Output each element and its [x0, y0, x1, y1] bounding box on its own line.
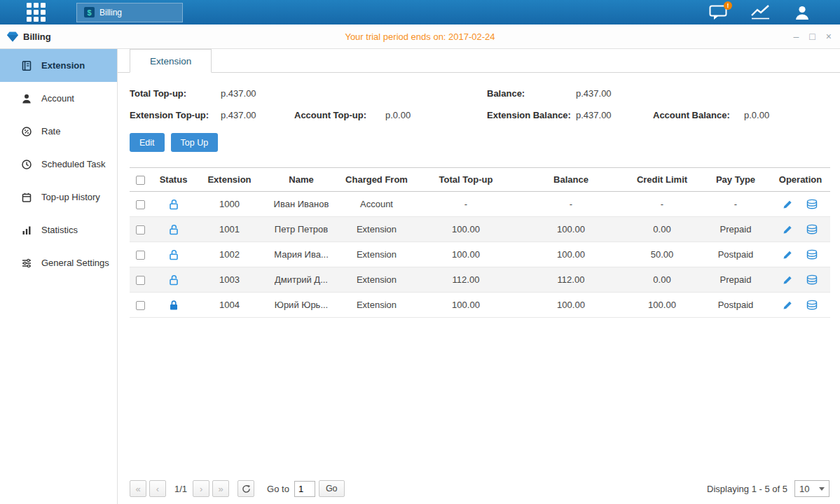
row-checkbox[interactable]	[136, 225, 145, 234]
edit-row-icon[interactable]	[783, 300, 793, 310]
top-up-row-icon[interactable]	[806, 249, 818, 260]
total-topup-value: p.437.00	[221, 88, 294, 99]
first-page-button[interactable]: «	[130, 480, 146, 497]
topbar-billing-tab-label: Billing	[99, 8, 122, 18]
cell-credit-limit: 50.00	[624, 242, 701, 267]
top-up-row-icon[interactable]	[806, 300, 818, 311]
billing-gem-icon	[6, 31, 19, 43]
window-controls: – □ ×	[794, 31, 832, 41]
cell-balance: 100.00	[518, 242, 624, 267]
top-up-row-icon[interactable]	[806, 199, 818, 210]
cell-pay-type: Prepaid	[701, 267, 771, 293]
edit-button[interactable]: Edit	[130, 133, 165, 152]
cell-balance: -	[518, 192, 624, 217]
sidebar-item-label: Account	[41, 93, 74, 104]
table-row: 1003 Дмитрий Д... Extension 112.00 112.0…	[130, 267, 830, 293]
cell-credit-limit: 0.00	[624, 267, 701, 293]
refresh-button[interactable]	[237, 480, 254, 497]
maximize-button[interactable]: □	[809, 31, 815, 41]
statistics-icon	[21, 225, 32, 236]
extension-topup-label: Extension Top-up:	[130, 110, 221, 120]
lock-open-icon[interactable]	[168, 249, 179, 260]
go-button[interactable]: Go	[319, 480, 345, 497]
topbar-billing-tab[interactable]: $ Billing	[76, 3, 183, 22]
cell-pay-type: Prepaid	[701, 217, 771, 242]
sidebar-item-account[interactable]: Account	[0, 82, 117, 115]
prev-page-button[interactable]: ‹	[149, 480, 166, 497]
sidebar: Extension Account Rate	[0, 49, 118, 504]
next-page-button[interactable]: ›	[193, 480, 209, 497]
sidebar-item-label: Statistics	[41, 225, 78, 235]
lock-open-icon[interactable]	[168, 274, 179, 286]
row-checkbox[interactable]	[136, 301, 145, 310]
page-size-value: 10	[799, 484, 809, 494]
cell-extension: 1000	[196, 192, 263, 217]
goto-page-input[interactable]	[294, 481, 315, 497]
cell-credit-limit: -	[624, 192, 701, 217]
page-size-select[interactable]: 10	[794, 480, 829, 497]
sidebar-item-statistics[interactable]: Statistics	[0, 214, 117, 246]
page-info: 1/1	[174, 484, 187, 494]
sidebar-item-scheduled-task[interactable]: Scheduled Task	[0, 148, 117, 181]
row-checkbox[interactable]	[136, 200, 145, 209]
cell-balance: 112.00	[518, 267, 624, 293]
row-checkbox[interactable]	[136, 276, 145, 285]
lock-closed-icon[interactable]	[168, 300, 179, 311]
account-balance-value: p.0.00	[744, 110, 769, 120]
top-up-row-icon[interactable]	[806, 224, 818, 235]
trial-notice: Your trial period ends on: 2017-02-24	[345, 31, 495, 42]
main-panel: Extension Total Top-up: p.437.00 Balance…	[118, 49, 840, 504]
tab-extension[interactable]: Extension	[130, 49, 212, 73]
notifications-chat-icon[interactable]: !	[709, 5, 727, 20]
last-page-button[interactable]: »	[212, 480, 229, 497]
col-balance: Balance	[518, 168, 624, 192]
col-charged-from: Charged From	[340, 168, 413, 192]
cell-charged-from: Account	[340, 192, 413, 217]
cell-balance: 100.00	[518, 217, 624, 242]
extension-balance-value: p.437.00	[576, 110, 653, 120]
lock-open-icon[interactable]	[168, 199, 179, 210]
sidebar-item-label: General Settings	[41, 258, 109, 268]
edit-row-icon[interactable]	[783, 224, 793, 234]
account-topup-value: p.0.00	[385, 110, 487, 120]
top-up-button[interactable]: Top Up	[171, 133, 219, 152]
extensions-table: Status Extension Name Charged From Total…	[130, 167, 830, 318]
edit-row-icon[interactable]	[783, 274, 793, 285]
col-pay-type: Pay Type	[701, 168, 771, 192]
cell-total-topup: 112.00	[413, 267, 518, 293]
top-up-row-icon[interactable]	[806, 274, 818, 286]
col-status: Status	[151, 168, 196, 192]
cell-name: Юрий Юрь...	[263, 293, 340, 318]
extension-icon	[21, 60, 32, 71]
minimize-button[interactable]: –	[794, 31, 799, 41]
cell-credit-limit: 100.00	[624, 293, 701, 318]
row-checkbox[interactable]	[136, 251, 145, 260]
balance-value: p.437.00	[576, 88, 653, 99]
sidebar-item-topup-history[interactable]: Top-up History	[0, 181, 117, 214]
statistics-chart-icon[interactable]	[751, 5, 770, 20]
general-settings-icon	[21, 258, 32, 269]
sidebar-item-general-settings[interactable]: General Settings	[0, 246, 117, 279]
tab-extension-label: Extension	[150, 56, 191, 66]
lock-open-icon[interactable]	[168, 224, 179, 235]
scheduled-task-icon	[21, 159, 32, 170]
titlebar: Billing Your trial period ends on: 2017-…	[0, 24, 840, 49]
edit-row-icon[interactable]	[783, 199, 793, 209]
cell-charged-from: Extension	[340, 267, 413, 293]
sidebar-item-extension[interactable]: Extension	[0, 49, 117, 82]
edit-row-icon[interactable]	[783, 249, 793, 260]
cell-extension: 1001	[196, 217, 263, 242]
sidebar-item-label: Scheduled Task	[41, 159, 106, 169]
sidebar-item-label: Extension	[41, 60, 85, 71]
select-all-checkbox[interactable]	[136, 176, 145, 185]
close-button[interactable]: ×	[826, 31, 832, 41]
account-icon	[21, 93, 32, 104]
user-account-icon[interactable]	[794, 4, 811, 21]
displaying-text: Displaying 1 - 5 of 5	[707, 484, 787, 494]
cell-name: Иван Иванов	[263, 192, 340, 217]
col-credit-limit: Credit Limit	[624, 168, 701, 192]
notification-badge: !	[724, 1, 732, 10]
apps-grid-icon[interactable]	[27, 3, 46, 22]
sidebar-item-rate[interactable]: Rate	[0, 115, 117, 148]
cell-extension: 1004	[196, 293, 263, 318]
